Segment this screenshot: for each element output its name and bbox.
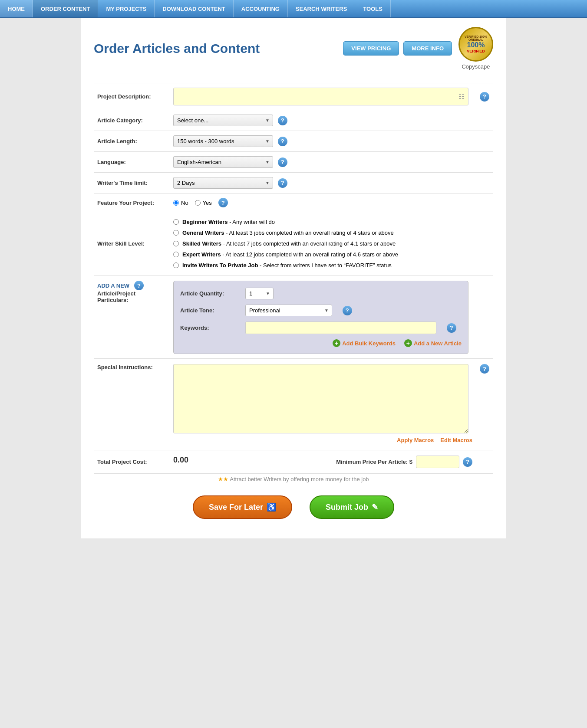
project-description-help[interactable]: ?: [476, 83, 493, 110]
skill-expert-radio[interactable]: [173, 252, 179, 257]
star-icon-2: ★: [223, 476, 228, 482]
special-instructions-textarea[interactable]: [173, 364, 468, 433]
save-for-later-button[interactable]: Save For Later ♿: [193, 495, 292, 519]
skill-beginner-radio[interactable]: [173, 219, 179, 225]
add-new-label[interactable]: ADD A NEW: [97, 282, 129, 289]
language-help-cell: [476, 152, 493, 173]
article-tone-select-wrapper: Professional ▼: [245, 305, 332, 316]
navigation: HOME ORDER CONTENT MY PROJECTS DOWNLOAD …: [0, 0, 587, 18]
nav-accounting[interactable]: ACCOUNTING: [234, 0, 288, 17]
apply-macros-link[interactable]: Apply Macros: [397, 437, 434, 443]
feature-no-text: No: [181, 200, 188, 206]
submit-job-button[interactable]: Submit Job ✎: [310, 495, 394, 519]
help-icon-writers-time-limit[interactable]: ?: [278, 178, 287, 188]
article-actions: + Add Bulk Keywords + Add a New Article: [180, 339, 462, 347]
language-select-wrapper: English-American ▼: [173, 156, 273, 168]
writers-time-limit-label: Writer's Time limit:: [94, 173, 170, 193]
help-icon-article-length[interactable]: ?: [278, 137, 287, 146]
feature-no-radio[interactable]: [173, 200, 179, 206]
feature-yes-label[interactable]: Yes: [195, 200, 212, 206]
article-particulars-box: Article Quantity: 1 ▼ Article Tone:: [173, 281, 468, 354]
special-instructions-row: Special Instructions: Apply Macros Edit …: [94, 359, 493, 450]
feature-yes-text: Yes: [203, 200, 212, 206]
page-title: Order Articles and Content: [94, 41, 343, 56]
feature-yes-radio[interactable]: [195, 200, 201, 206]
writers-time-limit-control: 2 Days ▼ ?: [170, 173, 476, 193]
macros-links: Apply Macros Edit Macros: [173, 435, 472, 446]
writers-time-limit-select[interactable]: 2 Days: [173, 177, 273, 189]
skill-beginner-label: Beginner Writers - Any writer will do: [182, 219, 275, 225]
add-new-article-link[interactable]: + Add a New Article: [404, 339, 462, 347]
edit-macros-link[interactable]: Edit Macros: [440, 437, 472, 443]
help-icon-feature[interactable]: ?: [218, 198, 228, 207]
article-tone-select[interactable]: Professional: [245, 305, 332, 316]
feature-your-project-row: Feature Your Project: No Yes ?: [94, 193, 493, 212]
page-header: Order Articles and Content VIEW PRICING …: [94, 27, 493, 74]
language-label: Language:: [94, 152, 170, 173]
order-form: Project Description: ☷ ? Article Categor…: [94, 83, 493, 474]
skill-expert: Expert Writers - At least 12 jobs comple…: [173, 249, 472, 260]
keywords-row: Keywords: ?: [180, 321, 462, 334]
project-description-control: ☷: [170, 83, 476, 110]
help-icon-add-new[interactable]: ?: [134, 281, 144, 290]
special-instructions-label: Special Instructions:: [94, 359, 170, 450]
feature-help-cell: [476, 193, 493, 212]
help-icon-article-category[interactable]: ?: [278, 116, 287, 125]
add-new-sub1: Article/Project: [97, 290, 135, 297]
nav-home[interactable]: HOME: [0, 0, 33, 17]
total-cost-help-cell: [476, 450, 493, 474]
article-quantity-row: Article Quantity: 1 ▼: [180, 288, 462, 299]
nav-download-content[interactable]: DOWNLOAD CONTENT: [155, 0, 233, 17]
article-length-control: 150 words - 300 words ▼ ?: [170, 131, 476, 152]
help-icon-special-instructions[interactable]: ?: [480, 364, 489, 374]
article-tone-label: Article Tone:: [180, 307, 241, 314]
writers-time-limit-row: Writer's Time limit: 2 Days ▼ ?: [94, 173, 493, 193]
help-icon-project-desc[interactable]: ?: [480, 92, 489, 102]
feature-radio-group: No Yes ?: [173, 198, 472, 207]
language-select[interactable]: English-American: [173, 156, 273, 168]
article-length-select[interactable]: 150 words - 300 words: [173, 135, 273, 147]
writer-skill-level-label: Writer Skill Level:: [94, 212, 170, 275]
total-cost-row: Total Project Cost: 0.00 Minimum Price P…: [94, 450, 493, 474]
help-icon-article-tone[interactable]: ?: [343, 306, 352, 315]
stars-notice: ★★ Attract better Writers by offering mo…: [94, 474, 493, 489]
project-description-input-wrapper[interactable]: ☷: [173, 88, 468, 105]
help-icon-min-price[interactable]: ?: [463, 457, 472, 467]
skill-skilled-radio[interactable]: [173, 241, 179, 246]
badge-circle: VERIFIED 100% ORIGINAL 100% VERIFIED: [458, 27, 493, 62]
view-pricing-button[interactable]: VIEW PRICING: [343, 41, 399, 56]
article-category-select[interactable]: Select one...: [173, 115, 273, 126]
writer-skill-level-control: Beginner Writers - Any writer will do Ge…: [170, 212, 476, 275]
add-new-help-cell: [476, 275, 493, 359]
nav-search-writers[interactable]: SEARCH WRITERS: [288, 0, 355, 17]
bottom-buttons: Save For Later ♿ Submit Job ✎: [94, 489, 493, 525]
feature-no-label[interactable]: No: [173, 200, 188, 206]
skill-general-label: General Writers - At least 3 jobs comple…: [182, 230, 394, 236]
nav-tools[interactable]: TOOLS: [355, 0, 391, 17]
article-category-label: Article Category:: [94, 110, 170, 131]
language-row: Language: English-American ▼ ?: [94, 152, 493, 173]
help-icon-language[interactable]: ?: [278, 157, 287, 167]
min-price-label: Minimum Price Per Article: $: [336, 459, 412, 465]
article-quantity-select[interactable]: 1: [245, 288, 274, 299]
skill-invite-radio[interactable]: [173, 262, 179, 268]
add-bulk-keywords-link[interactable]: + Add Bulk Keywords: [333, 339, 396, 347]
skill-general-radio[interactable]: [173, 230, 179, 236]
nav-my-projects[interactable]: MY PROJECTS: [98, 0, 155, 17]
badge-verified-text: VERIFIED: [467, 49, 485, 53]
pencil-icon: ✎: [372, 502, 378, 512]
skill-beginner: Beginner Writers - Any writer will do: [173, 216, 472, 227]
keywords-input[interactable]: [245, 321, 436, 334]
article-category-help-cell: [476, 110, 493, 131]
skill-invite-label: Invite Writers To Private Job - Select f…: [182, 262, 392, 269]
nav-order-content[interactable]: ORDER CONTENT: [33, 0, 98, 17]
add-new-label-cell: ADD A NEW ? Article/Project Particulars:: [94, 275, 170, 359]
help-icon-keywords[interactable]: ?: [447, 323, 456, 333]
special-instructions-help-cell[interactable]: ?: [476, 359, 493, 450]
skill-expert-label: Expert Writers - At least 12 jobs comple…: [182, 251, 398, 258]
plus-new-article-icon: +: [404, 339, 412, 347]
project-description-input[interactable]: [177, 91, 458, 102]
min-price-input[interactable]: [416, 456, 459, 468]
more-info-button[interactable]: MORE INFO: [403, 41, 452, 56]
total-project-cost-value: 0.00: [173, 456, 188, 464]
